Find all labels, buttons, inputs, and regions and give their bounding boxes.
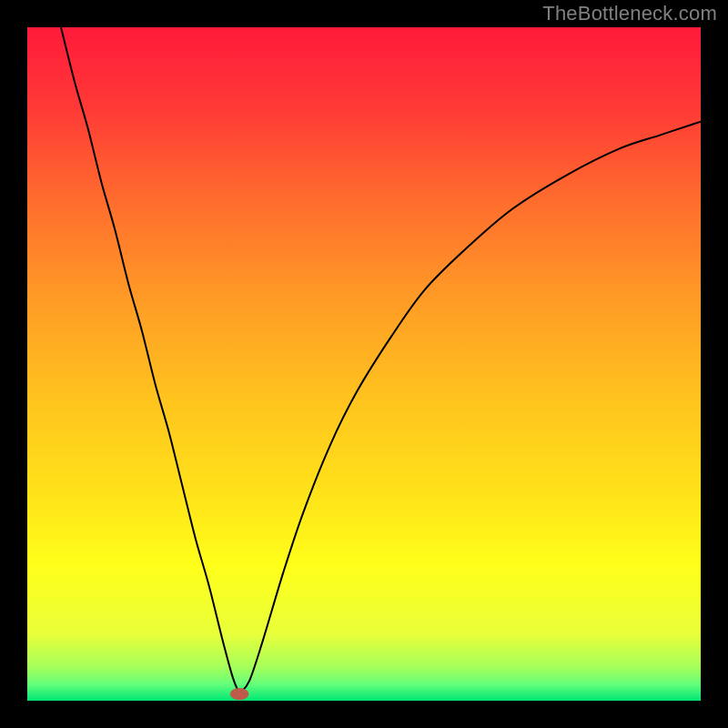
watermark-text: TheBottleneck.com — [542, 2, 717, 25]
bottleneck-chart — [27, 27, 701, 701]
bottleneck-marker — [230, 688, 249, 700]
chart-frame: TheBottleneck.com — [0, 0, 728, 728]
plot-background — [27, 27, 701, 701]
